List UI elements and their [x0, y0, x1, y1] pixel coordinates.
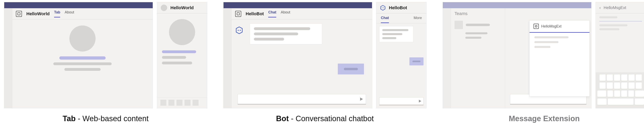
caption-bot: Bot - Conversational chatbot — [276, 114, 374, 123]
keyboard[interactable] — [596, 72, 644, 108]
key[interactable] — [635, 99, 644, 105]
teams-sidebar: Teams — [451, 8, 505, 108]
key[interactable] — [636, 82, 642, 89]
skeleton-line — [599, 24, 628, 26]
skeleton-line — [599, 16, 618, 18]
skeleton-line-accent — [59, 56, 106, 60]
tab-chat[interactable]: Chat — [268, 10, 276, 17]
bot-mobile-window: HelloBot Chat More — [376, 2, 426, 108]
send-icon[interactable] — [419, 100, 421, 103]
compose-box[interactable] — [379, 97, 424, 105]
key[interactable] — [635, 91, 644, 97]
chat-area — [232, 19, 372, 94]
skeleton-line — [412, 61, 420, 62]
send-icon[interactable] — [360, 98, 363, 101]
tab-chat[interactable]: Chat — [381, 13, 389, 23]
key[interactable] — [614, 74, 620, 81]
bot-mobile-header: HelloBot — [376, 2, 426, 13]
key[interactable] — [600, 82, 606, 89]
window-titlebar — [443, 2, 591, 8]
skeleton-line — [465, 32, 488, 34]
nav-tile[interactable] — [192, 100, 198, 106]
svg-marker-3 — [381, 5, 385, 10]
app-rail[interactable] — [224, 8, 232, 108]
compose-box[interactable] — [238, 94, 366, 105]
thumbnail-placeholder — [454, 21, 463, 29]
bot-message — [379, 26, 414, 42]
key[interactable] — [600, 74, 606, 81]
nav-tile[interactable] — [160, 100, 166, 106]
caption-bold: Bot — [276, 114, 289, 123]
msgext-desktop-window: Teams — [442, 2, 592, 108]
tab-content — [12, 19, 153, 108]
skeleton-line — [534, 41, 558, 43]
group-bot: HelloBot Chat About — [223, 2, 426, 123]
bot-mobile-tabs: Chat More — [376, 13, 426, 23]
key[interactable] — [614, 91, 620, 97]
skeleton-line — [162, 62, 192, 64]
tab-about[interactable]: About — [64, 10, 74, 17]
app-icon — [235, 11, 241, 17]
user-message — [410, 57, 424, 65]
svg-point-1 — [238, 30, 239, 31]
bot-message — [250, 23, 322, 44]
spacebar[interactable] — [608, 99, 634, 105]
window-titlebar — [4, 2, 153, 8]
content-area: HelloMsgExt — [505, 8, 591, 108]
skeleton-line — [599, 28, 620, 30]
key[interactable] — [628, 91, 634, 97]
nav-tile[interactable] — [184, 100, 190, 106]
caption-tab: Tab - Web-based content — [62, 114, 148, 123]
skeleton-line — [534, 36, 568, 38]
avatar-placeholder — [70, 25, 96, 52]
bot-avatar-icon — [235, 26, 243, 34]
divider — [599, 21, 642, 21]
tab-strip: Tab About — [54, 10, 74, 17]
key[interactable] — [621, 82, 627, 89]
tab-mobile-title: HelloWorld — [170, 5, 194, 10]
caption-rest: - Conversational chatbot — [289, 114, 374, 123]
skeleton-line — [64, 68, 100, 71]
app-icon — [16, 11, 22, 17]
svg-point-4 — [382, 7, 382, 8]
skeleton-line — [382, 33, 402, 35]
tab-desktop-window: HelloWorld Tab About — [4, 2, 153, 108]
key[interactable] — [621, 74, 627, 81]
msgext-mobile-header: ‹ HelloMsgExt — [596, 2, 644, 13]
card-title: HelloMsgExt — [541, 24, 562, 28]
key[interactable] — [597, 91, 606, 97]
skeleton-line — [162, 56, 186, 59]
tab-strip: Chat About — [268, 10, 290, 17]
bot-avatar-icon — [380, 5, 386, 11]
back-icon[interactable]: ‹ — [599, 5, 601, 10]
card-header: HelloMsgExt — [530, 20, 590, 31]
key[interactable] — [607, 74, 613, 81]
key[interactable] — [636, 74, 642, 81]
avatar-placeholder — [161, 4, 167, 11]
nav-tile[interactable] — [168, 100, 174, 106]
group-tab: HelloWorld Tab About — [4, 2, 207, 123]
tab-about[interactable]: About — [281, 10, 290, 17]
key[interactable] — [597, 99, 606, 105]
key[interactable] — [608, 91, 613, 97]
key[interactable] — [628, 74, 634, 81]
skeleton-line — [466, 24, 490, 26]
bot-header: HelloBot Chat About — [232, 8, 372, 19]
list-item[interactable] — [451, 19, 505, 31]
bot-desktop-window: HelloBot Chat About — [223, 2, 372, 108]
key[interactable] — [607, 82, 613, 89]
nav-tile[interactable] — [176, 100, 182, 106]
bottom-nav — [157, 97, 207, 108]
key[interactable] — [614, 82, 620, 89]
skeleton-line — [53, 62, 112, 65]
key[interactable] — [621, 91, 627, 97]
svg-point-2 — [240, 30, 241, 31]
msgext-card: HelloMsgExt — [529, 20, 590, 97]
app-rail[interactable] — [443, 8, 451, 108]
tab-more[interactable]: More — [414, 13, 422, 23]
skeleton-line — [382, 29, 408, 31]
skeleton-line — [382, 37, 396, 39]
key[interactable] — [628, 82, 634, 89]
tab-tab[interactable]: Tab — [54, 10, 60, 17]
app-rail[interactable] — [4, 8, 12, 108]
